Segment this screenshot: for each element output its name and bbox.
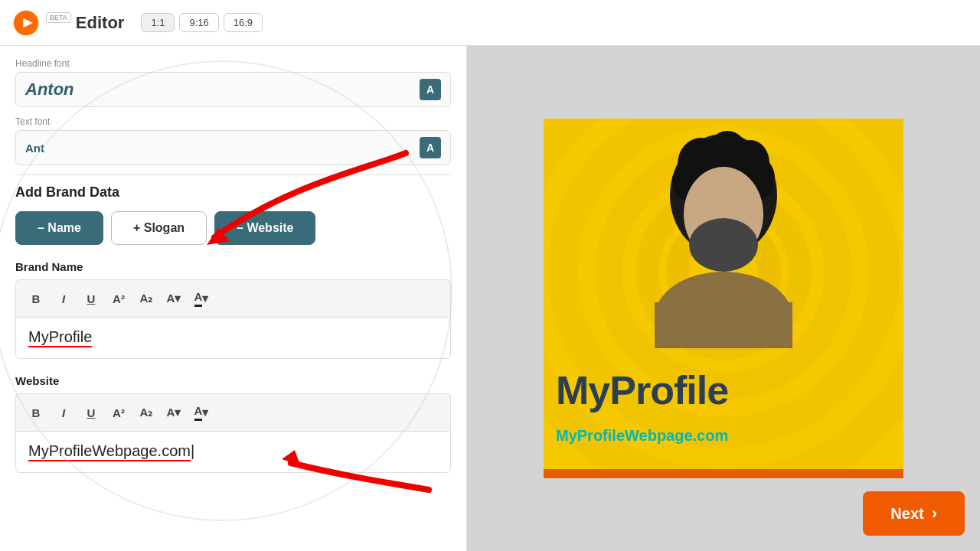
divider [15, 174, 451, 175]
headline-font-selector[interactable]: Anton A [15, 72, 451, 107]
card-bottom-bar [544, 469, 903, 478]
logo-area: BETA Editor [12, 9, 124, 37]
subscript-btn-web[interactable]: A₂ [134, 400, 158, 425]
superscript-btn-name[interactable]: A² [106, 286, 131, 311]
superscript-btn-web[interactable]: A² [106, 400, 131, 425]
left-panel: Headline font Anton A Text font Ant A Ad… [0, 46, 467, 551]
brand-name-field-section: Brand Name B I U A² A₂ A▾ A▾ MyProfile [15, 260, 451, 359]
text-font-label: Text font [15, 116, 451, 127]
slogan-button[interactable]: + Slogan [111, 211, 207, 245]
text-font-selector[interactable]: Ant A [15, 130, 451, 165]
headline-font-value: Anton [25, 80, 74, 99]
ratio-buttons: 1:1 9:16 16:9 [141, 13, 263, 32]
header: BETA Editor 1:1 9:16 16:9 [0, 0, 980, 46]
brand-name-value: MyProfile [28, 328, 92, 347]
website-value: MyProfileWebpage.com [28, 442, 191, 461]
ratio-9-16[interactable]: 9:16 [179, 13, 218, 32]
svg-rect-17 [655, 302, 792, 348]
text-font-icon: A [420, 137, 441, 158]
brand-name-label: Brand Name [15, 260, 451, 273]
brand-name-input[interactable]: MyProfile [15, 317, 451, 359]
next-arrow-icon: › [932, 504, 937, 523]
text-font-section: Text font Ant A [15, 116, 451, 165]
headline-font-section: Headline font Anton A [15, 58, 451, 107]
social-card: MyProfile MyProfileWebpage.com [544, 119, 903, 478]
bold-btn-web[interactable]: B [24, 400, 48, 425]
card-website: MyProfileWebpage.com [556, 427, 728, 445]
brand-buttons: – Name + Slogan – Website [15, 211, 451, 245]
website-toolbar: B I U A² A₂ A▾ A▾ [15, 393, 451, 431]
font-color-btn-name[interactable]: A▾ [189, 286, 214, 311]
bold-btn-name[interactable]: B [24, 286, 48, 311]
italic-btn-name[interactable]: I [51, 286, 76, 311]
website-input[interactable]: MyProfileWebpage.com| [15, 431, 451, 473]
underline-btn-name[interactable]: U [79, 286, 103, 311]
underline-btn-web[interactable]: U [79, 400, 103, 425]
ratio-16-9[interactable]: 16:9 [224, 13, 263, 32]
text-font-value: Ant [25, 142, 44, 155]
headline-font-label: Headline font [15, 58, 451, 69]
name-button[interactable]: – Name [15, 211, 103, 245]
brand-name-toolbar: B I U A² A₂ A▾ A▾ [15, 279, 451, 317]
italic-btn-web[interactable]: I [51, 400, 76, 425]
next-button-label: Next [890, 505, 923, 523]
brand-section-title: Add Brand Data [15, 184, 451, 201]
logo-icon [12, 9, 40, 37]
headline-font-icon: A [420, 79, 441, 100]
beta-badge: BETA [46, 12, 71, 23]
next-button[interactable]: Next › [863, 491, 965, 536]
canvas-area: MyProfile MyProfileWebpage.com [467, 46, 980, 551]
card-brand-name: MyProfile [556, 367, 891, 413]
font-size-btn-web[interactable]: A▾ [162, 400, 186, 425]
website-label: Website [15, 374, 451, 387]
person-image [616, 126, 831, 348]
subscript-btn-name[interactable]: A₂ [134, 286, 158, 311]
website-field-section: Website B I U A² A₂ A▾ A▾ MyProfileWebpa… [15, 374, 451, 473]
svg-point-15 [689, 218, 758, 272]
ratio-1-1[interactable]: 1:1 [141, 13, 175, 32]
website-button[interactable]: – Website [214, 211, 315, 245]
font-color-btn-web[interactable]: A▾ [189, 400, 214, 425]
font-size-btn-name[interactable]: A▾ [162, 286, 186, 311]
app-name: Editor [76, 13, 125, 33]
